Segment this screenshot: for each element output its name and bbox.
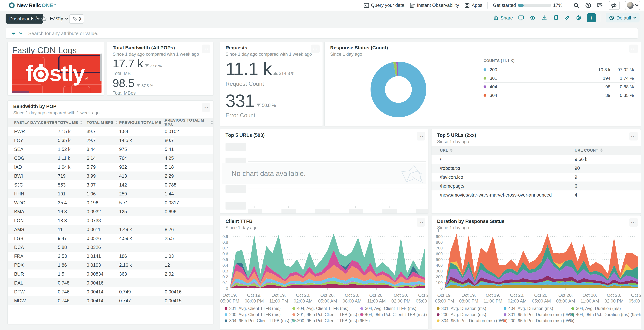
skeleton-tick-label	[416, 209, 428, 214]
table-row[interactable]: DFW0.7460.004140.7490.00416	[8, 287, 213, 296]
table-row[interactable]: /news/movies/star-wars-marvel-cross-over…	[432, 190, 641, 199]
legend-item[interactable]: 301, 95th Pct. Duration (ms) (95%)	[504, 312, 574, 317]
instant-observability-button[interactable]: Instant Observability	[410, 2, 459, 8]
user-menu[interactable]	[625, 1, 640, 10]
column-header[interactable]: PREVIOUS TOTAL M BPS	[165, 118, 213, 127]
legend-item[interactable]: 404, 95th Pct. Client TTFB (ms) (95%)	[360, 312, 428, 317]
dashboard-name-dropdown[interactable]: Fastly	[50, 16, 68, 21]
legend-dot	[571, 307, 574, 310]
legend-item[interactable]: 301, Avg. Duration (ms)	[437, 306, 486, 311]
legend-row-304[interactable]: 304390.35 %	[484, 91, 634, 100]
card-menu-button[interactable]: ⋯	[629, 218, 638, 227]
card-menu-button[interactable]: ⋯	[202, 44, 210, 53]
tags-chip[interactable]: 9	[69, 14, 84, 23]
table-row[interactable]: LON13.30.0738	[8, 216, 213, 225]
legend-item[interactable]: 304, 95th Pct. Client TTFB (ms) (95%)	[224, 318, 302, 323]
download-button[interactable]	[541, 14, 548, 21]
column-header[interactable]: URL	[440, 146, 452, 155]
dashboards-dropdown[interactable]: Dashboards	[6, 14, 43, 23]
table-row[interactable]: BWI7193.994132.29	[8, 171, 213, 180]
table-row[interactable]: IAD1.04 k5.799325.18	[8, 163, 213, 171]
card-menu-button[interactable]: ⋯	[629, 44, 638, 53]
table-cell: 80.7	[165, 136, 174, 145]
legend-item[interactable]: 304, Avg. Duration (ms)	[571, 306, 621, 311]
table-row[interactable]: PDX1.860.01032.16 k12	[8, 261, 213, 270]
legend-item[interactable]: 304, 95th Pct. Duration (ms) (95%)	[437, 318, 507, 323]
table-row[interactable]: /homepage/6	[432, 181, 641, 190]
column-header[interactable]: URL COUNT	[575, 146, 603, 155]
column-header[interactable]: TOTAL M BPS	[87, 118, 118, 127]
table-row[interactable]: BUR1.50.008343632.02	[8, 270, 213, 278]
legend-dot	[224, 307, 227, 310]
response-status-donut-chart[interactable]	[369, 60, 428, 119]
legend-item[interactable]: 200, Avg. Client TTFB (ms)	[224, 312, 281, 317]
legend-item[interactable]: 304, Avg. Client TTFB (ms)	[360, 306, 416, 311]
view-code-button[interactable]	[529, 14, 536, 21]
help-icon[interactable]	[585, 2, 592, 9]
column-header[interactable]: PREVIOUS TOTAL MB	[119, 118, 166, 127]
table-row[interactable]: CDG1.11 k6.147644.25	[8, 154, 213, 163]
card-menu-button[interactable]: ⋯	[202, 103, 210, 112]
card-menu-button[interactable]: ⋯	[629, 132, 638, 141]
column-header[interactable]: FASTLY DATACENTER	[14, 118, 62, 127]
chevron-down-icon[interactable]	[19, 32, 22, 34]
card-menu-button[interactable]: ⋯	[417, 132, 425, 141]
table-row[interactable]: SJC5533.071420.788	[8, 180, 213, 189]
y-axis-label: 100	[432, 280, 443, 285]
legend-row-404[interactable]: 404980.88 %	[484, 83, 634, 91]
tv-mode-button[interactable]	[518, 14, 524, 21]
legend-item[interactable]: 404, Avg. Client TTFB (ms)	[292, 306, 348, 311]
column-header[interactable]: TOTAL MB	[58, 118, 82, 127]
legend-row-301[interactable]: 3011941.74 %	[484, 74, 634, 83]
table-row[interactable]: BMA16.80.09321250.696	[8, 207, 213, 216]
table-row[interactable]: FRA2.530.01411861.03	[8, 252, 213, 261]
table-row[interactable]: DAL0.7480.00416	[8, 278, 213, 287]
copy-dashboard-button[interactable]	[552, 14, 559, 21]
table-row[interactable]: AMS110.06111.49 k8.26	[8, 225, 213, 234]
table-row[interactable]: SEA1.52 k8.449755.41	[8, 145, 213, 154]
table-row[interactable]: /robots.txt90	[432, 164, 641, 172]
table-row[interactable]: MDW0.7460.004140.7470.00415	[8, 296, 213, 305]
time-picker-dropdown[interactable]: Default	[606, 13, 640, 22]
edit-button[interactable]	[564, 14, 570, 21]
x-axis-label: Oct 20,05:00 PM	[629, 292, 641, 304]
favorite-star-icon[interactable]	[40, 15, 47, 22]
table-row[interactable]: LGB9.470.05264.59 k25.5	[8, 234, 213, 243]
search-input[interactable]: Search for any attribute or value.	[28, 31, 98, 36]
y-axis-label: 0.2	[220, 275, 228, 279]
add-widget-button[interactable]: +	[587, 13, 596, 22]
query-your-data-button[interactable]: Query your data	[364, 2, 404, 8]
table-row[interactable]: DCA5.880.0326	[8, 243, 213, 252]
filter-icon[interactable]	[10, 31, 16, 36]
search-icon[interactable]	[573, 2, 580, 9]
table-row[interactable]: LCY5.35 k29.714.5 k80.7	[8, 136, 213, 145]
card-menu-button[interactable]: ⋯	[311, 44, 320, 53]
table-cell: /	[440, 155, 441, 164]
table-row[interactable]: EWR7.15 k39.71.840.0102	[8, 127, 213, 136]
legend-item[interactable]: 200, Avg. Duration (ms)	[437, 312, 486, 317]
settings-button[interactable]	[576, 14, 582, 21]
announcements-button[interactable]	[609, 1, 620, 10]
table-row[interactable]: HHN1911.062591.44	[8, 189, 213, 198]
billboard-value: 98.5 37.8 %	[113, 76, 153, 90]
legend-item[interactable]: 301, 95th Pct. Client TTFB (ms) (95%)	[292, 312, 370, 317]
table-row[interactable]: WDC35.40.1965.710.0317	[8, 198, 213, 207]
share-button[interactable]: Share	[493, 15, 513, 21]
table-cell: 0.0102	[165, 127, 179, 136]
client-ttfb-chart[interactable]	[230, 231, 425, 291]
legend-item[interactable]: 404, Avg. Duration (ms)	[504, 306, 553, 311]
table-row[interactable]: /favicon.ico9	[432, 172, 641, 181]
apps-button[interactable]: Apps	[464, 2, 482, 8]
scrollbar-thumb[interactable]	[100, 53, 102, 81]
legend-item[interactable]: 404, 95th Pct. Duration (ms) (95%)	[571, 312, 641, 317]
new-relic-logo[interactable]: New Relic ONE™	[8, 0, 56, 10]
feedback-icon[interactable]	[597, 2, 604, 9]
table-row[interactable]: /9.66 k	[432, 155, 641, 164]
legend-row-200[interactable]: 20010.8 k97.02 %	[484, 65, 634, 74]
duration-chart[interactable]	[444, 231, 638, 291]
legend-item[interactable]: 200, 95th Pct. Duration (ms) (95%)	[504, 318, 574, 323]
legend-item[interactable]: 301, Avg. Client TTFB (ms)	[224, 306, 281, 311]
card-menu-button[interactable]: ⋯	[417, 218, 425, 227]
get-started-progress[interactable]: Get started 17%	[493, 2, 562, 8]
legend-item[interactable]: 200, 95th Pct. Client TTFB (ms) (95%)	[292, 318, 370, 323]
